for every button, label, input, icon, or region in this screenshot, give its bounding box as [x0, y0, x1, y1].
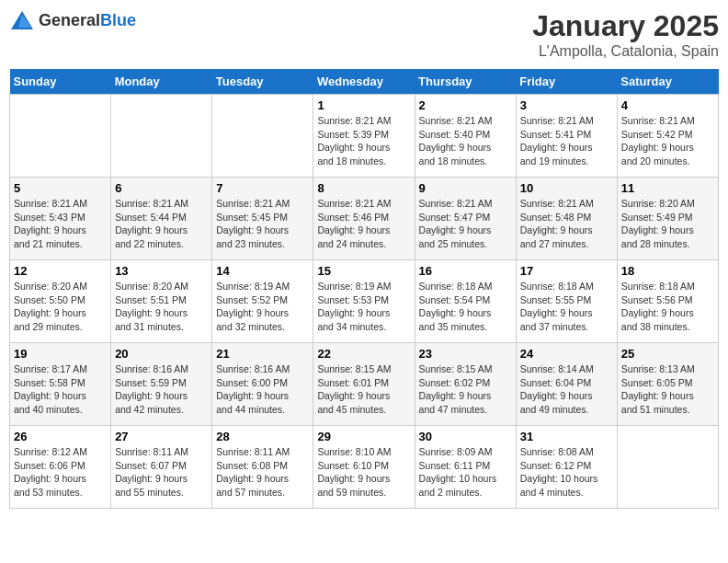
day-cell: 13Sunrise: 8:20 AMSunset: 5:51 PMDayligh… — [111, 260, 212, 343]
day-info: Sunrise: 8:21 AMSunset: 5:43 PMDaylight:… — [14, 197, 107, 251]
day-number: 15 — [317, 264, 410, 278]
day-info: Sunrise: 8:20 AMSunset: 5:51 PMDaylight:… — [115, 280, 208, 334]
day-info: Sunrise: 8:17 AMSunset: 5:58 PMDaylight:… — [14, 362, 107, 417]
day-cell: 16Sunrise: 8:18 AMSunset: 5:54 PMDayligh… — [415, 260, 516, 343]
day-cell: 17Sunrise: 8:18 AMSunset: 5:55 PMDayligh… — [516, 260, 617, 343]
day-info: Sunrise: 8:16 AMSunset: 6:00 PMDaylight:… — [216, 362, 309, 417]
day-info: Sunrise: 8:14 AMSunset: 6:04 PMDaylight:… — [520, 362, 613, 417]
day-number: 31 — [520, 430, 613, 443]
day-cell — [111, 95, 212, 178]
day-number: 3 — [520, 98, 613, 112]
day-info: Sunrise: 8:21 AMSunset: 5:39 PMDaylight:… — [317, 114, 410, 168]
weekday-header-wednesday: Wednesday — [313, 69, 415, 95]
calendar-table: SundayMondayTuesdayWednesdayThursdayFrid… — [9, 69, 719, 509]
day-number: 6 — [115, 181, 208, 195]
day-cell: 25Sunrise: 8:13 AMSunset: 6:05 PMDayligh… — [617, 343, 718, 426]
day-number: 7 — [216, 181, 309, 195]
day-info: Sunrise: 8:10 AMSunset: 6:10 PMDaylight:… — [317, 445, 410, 500]
day-info: Sunrise: 8:16 AMSunset: 5:59 PMDaylight:… — [115, 362, 208, 417]
day-cell: 12Sunrise: 8:20 AMSunset: 5:50 PMDayligh… — [10, 260, 111, 343]
day-cell: 4Sunrise: 8:21 AMSunset: 5:42 PMDaylight… — [617, 95, 718, 178]
weekday-header-tuesday: Tuesday — [212, 69, 313, 95]
day-number: 22 — [317, 347, 410, 361]
day-cell: 30Sunrise: 8:09 AMSunset: 6:11 PMDayligh… — [415, 426, 516, 509]
day-cell: 3Sunrise: 8:21 AMSunset: 5:41 PMDaylight… — [516, 95, 617, 178]
day-number: 28 — [216, 430, 309, 443]
day-cell: 5Sunrise: 8:21 AMSunset: 5:43 PMDaylight… — [10, 178, 111, 260]
day-info: Sunrise: 8:20 AMSunset: 5:50 PMDaylight:… — [14, 280, 107, 334]
week-row-2: 5Sunrise: 8:21 AMSunset: 5:43 PMDaylight… — [10, 178, 719, 260]
day-info: Sunrise: 8:21 AMSunset: 5:45 PMDaylight:… — [216, 197, 309, 251]
day-number: 14 — [216, 264, 309, 278]
day-number: 13 — [115, 264, 208, 278]
week-row-4: 19Sunrise: 8:17 AMSunset: 5:58 PMDayligh… — [10, 343, 719, 426]
day-cell: 2Sunrise: 8:21 AMSunset: 5:40 PMDaylight… — [415, 95, 516, 178]
day-info: Sunrise: 8:19 AMSunset: 5:53 PMDaylight:… — [317, 280, 410, 334]
day-number: 5 — [14, 181, 107, 195]
day-number: 29 — [317, 430, 410, 443]
day-info: Sunrise: 8:15 AMSunset: 6:02 PMDaylight:… — [419, 362, 512, 417]
day-number: 16 — [419, 264, 512, 278]
day-info: Sunrise: 8:21 AMSunset: 5:47 PMDaylight:… — [419, 197, 512, 251]
day-cell: 20Sunrise: 8:16 AMSunset: 5:59 PMDayligh… — [111, 343, 212, 426]
day-cell — [617, 426, 718, 509]
weekday-header-sunday: Sunday — [10, 69, 111, 95]
day-cell: 14Sunrise: 8:19 AMSunset: 5:52 PMDayligh… — [212, 260, 313, 343]
weekday-header-saturday: Saturday — [617, 69, 718, 95]
day-cell: 24Sunrise: 8:14 AMSunset: 6:04 PMDayligh… — [516, 343, 617, 426]
week-row-1: 1Sunrise: 8:21 AMSunset: 5:39 PMDaylight… — [10, 95, 719, 178]
day-cell: 6Sunrise: 8:21 AMSunset: 5:44 PMDaylight… — [111, 178, 212, 260]
logo: GeneralBlue — [9, 9, 136, 31]
day-number: 9 — [419, 181, 512, 195]
day-info: Sunrise: 8:11 AMSunset: 6:07 PMDaylight:… — [115, 445, 208, 500]
day-number: 23 — [419, 347, 512, 361]
calendar-title: January 2025 — [532, 9, 719, 43]
day-info: Sunrise: 8:12 AMSunset: 6:06 PMDaylight:… — [14, 445, 107, 500]
day-number: 1 — [317, 98, 410, 112]
day-number: 21 — [216, 347, 309, 361]
day-number: 8 — [317, 181, 410, 195]
logo-icon — [9, 9, 35, 31]
day-cell: 10Sunrise: 8:21 AMSunset: 5:48 PMDayligh… — [516, 178, 617, 260]
day-number: 20 — [115, 347, 208, 361]
day-info: Sunrise: 8:21 AMSunset: 5:42 PMDaylight:… — [621, 114, 714, 168]
day-cell: 11Sunrise: 8:20 AMSunset: 5:49 PMDayligh… — [617, 178, 718, 260]
day-cell: 29Sunrise: 8:10 AMSunset: 6:10 PMDayligh… — [313, 426, 415, 509]
day-info: Sunrise: 8:21 AMSunset: 5:44 PMDaylight:… — [115, 197, 208, 251]
day-number: 17 — [520, 264, 613, 278]
logo-text: GeneralBlue — [39, 11, 136, 30]
day-number: 18 — [621, 264, 714, 278]
day-number: 27 — [115, 430, 208, 443]
day-cell: 26Sunrise: 8:12 AMSunset: 6:06 PMDayligh… — [10, 426, 111, 509]
day-number: 11 — [621, 181, 714, 195]
title-area: January 2025 L'Ampolla, Catalonia, Spain — [532, 9, 719, 60]
day-cell: 31Sunrise: 8:08 AMSunset: 6:12 PMDayligh… — [516, 426, 617, 509]
day-info: Sunrise: 8:08 AMSunset: 6:12 PMDaylight:… — [520, 445, 613, 500]
weekday-header-friday: Friday — [516, 69, 617, 95]
week-row-3: 12Sunrise: 8:20 AMSunset: 5:50 PMDayligh… — [10, 260, 719, 343]
calendar-subtitle: L'Ampolla, Catalonia, Spain — [532, 43, 719, 60]
day-cell: 23Sunrise: 8:15 AMSunset: 6:02 PMDayligh… — [415, 343, 516, 426]
day-info: Sunrise: 8:11 AMSunset: 6:08 PMDaylight:… — [216, 445, 309, 500]
day-info: Sunrise: 8:21 AMSunset: 5:48 PMDaylight:… — [520, 197, 613, 251]
day-info: Sunrise: 8:21 AMSunset: 5:46 PMDaylight:… — [317, 197, 410, 251]
day-number: 4 — [621, 98, 714, 112]
day-number: 25 — [621, 347, 714, 361]
day-number: 19 — [14, 347, 107, 361]
day-info: Sunrise: 8:15 AMSunset: 6:01 PMDaylight:… — [317, 362, 410, 417]
day-cell: 18Sunrise: 8:18 AMSunset: 5:56 PMDayligh… — [617, 260, 718, 343]
day-number: 30 — [419, 430, 512, 443]
weekday-header-row: SundayMondayTuesdayWednesdayThursdayFrid… — [10, 69, 719, 95]
day-cell: 19Sunrise: 8:17 AMSunset: 5:58 PMDayligh… — [10, 343, 111, 426]
weekday-header-thursday: Thursday — [415, 69, 516, 95]
day-cell: 9Sunrise: 8:21 AMSunset: 5:47 PMDaylight… — [415, 178, 516, 260]
day-number: 26 — [14, 430, 107, 443]
day-info: Sunrise: 8:18 AMSunset: 5:55 PMDaylight:… — [520, 280, 613, 334]
day-cell: 8Sunrise: 8:21 AMSunset: 5:46 PMDaylight… — [313, 178, 415, 260]
day-info: Sunrise: 8:13 AMSunset: 6:05 PMDaylight:… — [621, 362, 714, 417]
day-cell: 22Sunrise: 8:15 AMSunset: 6:01 PMDayligh… — [313, 343, 415, 426]
day-info: Sunrise: 8:18 AMSunset: 5:54 PMDaylight:… — [419, 280, 512, 334]
day-info: Sunrise: 8:21 AMSunset: 5:41 PMDaylight:… — [520, 114, 613, 168]
day-number: 2 — [419, 98, 512, 112]
day-cell — [10, 95, 111, 178]
